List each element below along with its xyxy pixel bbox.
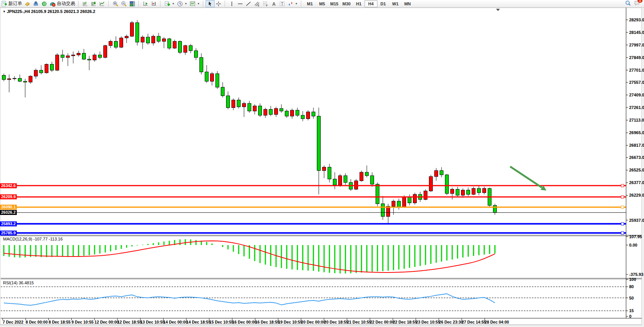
- timeframe-MN[interactable]: MN: [401, 1, 414, 7]
- time-axis-label[interactable]: 20 Dec 18:55: [324, 320, 348, 324]
- bar-chart-icon: [82, 1, 88, 7]
- time-axis-label[interactable]: 22 Dec 00:00: [370, 320, 394, 324]
- price-axis-label[interactable]: 27261.0: [629, 105, 644, 110]
- price-axis-label[interactable]: 26525.0: [629, 168, 644, 172]
- time-axis-label[interactable]: 13 Dec 10:55: [140, 320, 165, 324]
- rsi-axis-label[interactable]: 100: [629, 277, 636, 282]
- chat-button[interactable]: 1: [634, 0, 640, 8]
- timeframe-M30[interactable]: M30: [340, 1, 353, 7]
- time-axis-label[interactable]: 8 Dec 18:55: [48, 320, 71, 324]
- macd-axis-label[interactable]: 0.00: [629, 243, 637, 247]
- time-axis-label[interactable]: 14 Dec 18:55: [186, 320, 211, 324]
- timeframe-D1[interactable]: D1: [377, 1, 389, 7]
- time-axis-label[interactable]: 14 Dec 00:00: [163, 320, 188, 324]
- text-label-icon: T: [279, 1, 285, 7]
- chart-canvas[interactable]: [0, 0, 644, 327]
- signals-button[interactable]: [40, 0, 48, 7]
- time-axis-label[interactable]: 19 Dec 10:55: [278, 320, 302, 324]
- rsi-axis-label[interactable]: 80: [629, 284, 634, 289]
- time-axis-label[interactable]: 15 Dec 10:55: [209, 320, 234, 324]
- bar-chart-button[interactable]: [81, 0, 90, 7]
- line-chart-button[interactable]: [98, 0, 106, 7]
- time-axis-label[interactable]: 26 Dec 23:30: [439, 320, 463, 324]
- chevron-down-icon[interactable]: ▼: [185, 2, 187, 5]
- macd-axis-label[interactable]: 107.95: [629, 234, 642, 239]
- indicators-button[interactable]: ▼: [163, 0, 176, 7]
- rsi-axis-label[interactable]: 0: [629, 314, 631, 319]
- fibonacci-button[interactable]: F: [261, 0, 270, 7]
- search-button[interactable]: [625, 0, 631, 8]
- arrows-button[interactable]: ▼: [286, 0, 299, 7]
- rsi-axis-label[interactable]: 15: [629, 308, 634, 313]
- price-axis-label[interactable]: 28145.0: [629, 30, 644, 35]
- zoom-in-button[interactable]: [111, 0, 120, 7]
- timeframe-H1[interactable]: H1: [353, 1, 365, 7]
- chevron-down-icon[interactable]: ▼: [197, 2, 200, 5]
- macd-axis-label[interactable]: -375.93: [629, 272, 643, 277]
- time-axis-label[interactable]: 16 Dec 00:00: [232, 320, 257, 324]
- price-axis-label[interactable]: 28293.0: [629, 18, 644, 22]
- price-axis-label[interactable]: 26377.0: [629, 180, 644, 185]
- price-axis-label[interactable]: 27997.0: [629, 43, 644, 47]
- price-axis-label[interactable]: 27113.0: [629, 118, 644, 122]
- price-axis-label[interactable]: 26673.0: [629, 155, 644, 160]
- time-axis-label[interactable]: 12 Dec 18:55: [117, 320, 142, 324]
- chevron-down-icon[interactable]: ▼: [295, 2, 298, 5]
- time-axis-label[interactable]: 9 Dec 10:55: [72, 320, 94, 324]
- candlestick-chart-button[interactable]: [90, 0, 98, 7]
- auto-scroll-button[interactable]: [141, 0, 150, 7]
- price-axis-label[interactable]: 27849.0: [629, 55, 644, 60]
- time-axis-label[interactable]: 27 Dec 14:55: [462, 320, 486, 324]
- trendline-button[interactable]: [244, 0, 253, 7]
- chart-shift-button[interactable]: [150, 0, 158, 7]
- line-handle[interactable]: [621, 184, 624, 187]
- price-axis-label[interactable]: 26817.0: [629, 143, 644, 147]
- time-axis-label[interactable]: 20 Dec 00:00: [301, 320, 326, 324]
- cursor-button[interactable]: [206, 0, 214, 7]
- time-axis-label[interactable]: 8 Dec 00:00: [26, 320, 48, 324]
- price-axis-label[interactable]: 26965.0: [629, 130, 644, 135]
- notification-badge: 1: [638, 0, 642, 3]
- line-handle[interactable]: [621, 196, 624, 198]
- timeframe-W1[interactable]: W1: [389, 1, 401, 7]
- timeframe-M15[interactable]: M15: [328, 1, 340, 7]
- crosshair-icon: [215, 1, 222, 7]
- autotrading-button[interactable]: 自动交易: [48, 0, 76, 7]
- line-handle[interactable]: [621, 206, 624, 208]
- line-handle[interactable]: [621, 223, 624, 225]
- text-label-button[interactable]: T: [278, 0, 286, 7]
- crosshair-button[interactable]: [214, 0, 223, 7]
- price-axis-label[interactable]: 27409.0: [629, 93, 644, 97]
- zoom-out-button[interactable]: [120, 0, 128, 7]
- price-axis-label[interactable]: 26229.0: [629, 193, 644, 197]
- price-axis-label[interactable]: 27557.0: [629, 80, 644, 85]
- chart-collapse-icon[interactable]: ▼: [3, 10, 6, 13]
- horizontal-line-button[interactable]: [236, 0, 244, 7]
- time-axis-label[interactable]: 22 Dec 18:55: [393, 320, 417, 324]
- history-button[interactable]: [23, 0, 32, 7]
- new-order-button[interactable]: 新订单: [0, 0, 23, 7]
- time-axis-label[interactable]: 21 Dec 10:55: [347, 320, 371, 324]
- time-axis-label[interactable]: 12 Dec 00:00: [95, 320, 119, 324]
- period-button[interactable]: ▼: [176, 0, 188, 7]
- time-axis-label[interactable]: 7 Dec 2022: [3, 320, 23, 324]
- line-handle[interactable]: [621, 232, 624, 234]
- chevron-down-icon[interactable]: ▼: [172, 2, 175, 5]
- tile-windows-button[interactable]: [128, 0, 137, 7]
- channel-button[interactable]: E: [253, 0, 261, 7]
- time-axis-label[interactable]: 28 Dec 04:00: [485, 320, 509, 324]
- vertical-line-button[interactable]: [228, 0, 236, 7]
- price-axis-label[interactable]: 27701.0: [629, 68, 644, 72]
- rsi-axis-label[interactable]: 50: [629, 296, 634, 300]
- line-price-tag: 25785.9: [0, 231, 17, 236]
- timeframe-M1[interactable]: M1: [304, 1, 316, 7]
- time-axis-label[interactable]: 16 Dec 18:55: [255, 320, 279, 324]
- timeframe-M5[interactable]: M5: [316, 1, 328, 7]
- market-watch-button[interactable]: [32, 0, 40, 7]
- text-button[interactable]: A: [270, 0, 278, 7]
- time-axis-label[interactable]: 23 Dec 10:55: [416, 320, 440, 324]
- template-button[interactable]: ▼: [188, 0, 201, 7]
- price-axis-label[interactable]: 25937.0: [629, 218, 644, 223]
- timeframe-H4[interactable]: H4: [365, 1, 377, 7]
- tile-windows-icon: [129, 1, 135, 7]
